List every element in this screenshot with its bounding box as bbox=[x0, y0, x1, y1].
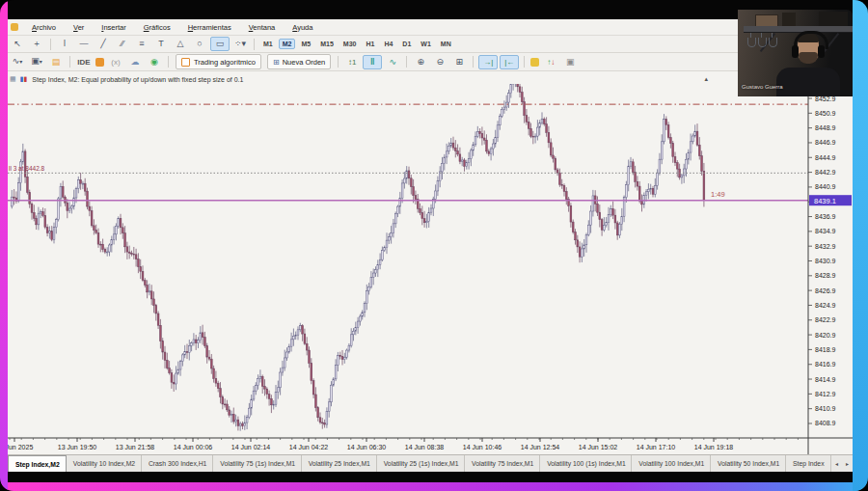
cursor-tool-icon[interactable]: ↖ bbox=[9, 38, 26, 50]
svg-text:ll 3 at 8442.8: ll 3 at 8442.8 bbox=[9, 165, 45, 172]
menu-archivo[interactable]: Archivo bbox=[23, 21, 65, 34]
svg-text:8418.9: 8418.9 bbox=[815, 346, 836, 353]
ide-icon[interactable]: IDE bbox=[75, 56, 93, 68]
channel-tool-icon[interactable]: ⁄⁄ bbox=[114, 38, 131, 50]
tab-volatility-100-index-m1[interactable]: Volatility 100 Index,M1 bbox=[632, 455, 711, 472]
timeframe-m2[interactable]: M2 bbox=[279, 39, 296, 49]
svg-text:8448.9: 8448.9 bbox=[815, 124, 836, 131]
bottom-black-strip bbox=[0, 471, 868, 482]
tab-volatility-75-index-m1[interactable]: Volatility 75 Index,M1 bbox=[465, 455, 540, 472]
mt5-window: ArchivoVerInsertarGráficosHerramientasVe… bbox=[8, 19, 853, 471]
tile-windows-icon[interactable]: ⊞ bbox=[450, 56, 468, 68]
frame-border-bottom bbox=[0, 482, 868, 491]
tab-volatility-25-index-m1[interactable]: Volatility 25 Index,M1 bbox=[302, 455, 377, 472]
rectangle-shape-tool-icon[interactable]: ▭ bbox=[210, 37, 230, 51]
new-order-button[interactable]: ⊞ Nueva Orden bbox=[267, 54, 331, 69]
zoom-in-icon[interactable]: ⊕ bbox=[412, 56, 429, 68]
line-view-icon[interactable]: ∿ bbox=[384, 56, 401, 68]
svg-text:8440.9: 8440.9 bbox=[815, 183, 836, 190]
timeframe-m1[interactable]: M1 bbox=[259, 39, 277, 49]
favorites-arrows-icon[interactable]: ↑↓ bbox=[542, 56, 559, 68]
svg-text:14 Jun 08:38: 14 Jun 08:38 bbox=[405, 444, 445, 450]
hanging-glass bbox=[769, 38, 777, 47]
horizontal-line-tool-icon[interactable]: — bbox=[75, 38, 93, 50]
headphone-earcup bbox=[792, 45, 799, 58]
webcam-name-label: Gustavo Guerra bbox=[742, 84, 783, 90]
svg-text:13 Jun 19:50: 13 Jun 19:50 bbox=[58, 444, 97, 450]
metaeditor-icon[interactable]: ▤ bbox=[47, 56, 65, 68]
timeframe-mn[interactable]: MN bbox=[437, 39, 455, 49]
tab-scroll-left[interactable]: ◂ bbox=[831, 460, 842, 467]
text-tool-icon[interactable]: T bbox=[152, 38, 170, 50]
vertical-line-tool-icon[interactable]: ǀ bbox=[56, 38, 73, 50]
svg-text:14 Jun 06:30: 14 Jun 06:30 bbox=[347, 444, 387, 450]
tab-step-index[interactable]: Step Index bbox=[786, 455, 831, 472]
open-data-folder-icon[interactable] bbox=[530, 58, 539, 67]
chart-candles-icon[interactable]: ▮▮ bbox=[20, 75, 28, 83]
svg-text:13 Jun 2025: 13 Jun 2025 bbox=[8, 444, 33, 450]
ellipse-shape-tool-icon[interactable]: ○ bbox=[191, 38, 208, 50]
person-beard bbox=[799, 52, 818, 64]
timeframe-m5[interactable]: M5 bbox=[297, 39, 314, 49]
chart-type-line-icon[interactable]: ∿▾ bbox=[9, 55, 26, 68]
tab-step-index-m2[interactable]: Step Index,M2 bbox=[8, 455, 67, 472]
algo-disabled-icon[interactable]: (x) bbox=[107, 56, 124, 68]
scroll-indicator-icon[interactable]: ▴ bbox=[704, 75, 708, 83]
svg-text:8422.9: 8422.9 bbox=[815, 316, 836, 323]
timeframe-m30[interactable]: M30 bbox=[339, 39, 361, 49]
timeframe-h1[interactable]: H1 bbox=[362, 39, 378, 49]
menu-insertar[interactable]: Insertar bbox=[93, 21, 134, 34]
tab-volatility-10-index-m2[interactable]: Volatility 10 Index,M2 bbox=[67, 455, 142, 472]
chart-tabs: Step Index,M2Volatility 10 Index,M2Crash… bbox=[8, 454, 853, 472]
svg-text:8446.9: 8446.9 bbox=[815, 139, 836, 146]
tab-volatility-100-1s-index-m1[interactable]: Volatility 100 (1s) Index,M1 bbox=[540, 455, 632, 472]
tab-crash-300-index-h1[interactable]: Crash 300 Index,H1 bbox=[142, 455, 213, 472]
menu-ver[interactable]: Ver bbox=[65, 21, 93, 34]
svg-text:8410.9: 8410.9 bbox=[815, 405, 836, 412]
cloud-icon[interactable]: ☁ bbox=[126, 56, 144, 68]
svg-text:14 Jun 00:06: 14 Jun 00:06 bbox=[174, 444, 213, 450]
tab-volatility-50-index-m1[interactable]: Volatility 50 Index,M1 bbox=[711, 455, 786, 472]
menu-herramientas[interactable]: Herramientas bbox=[179, 21, 240, 34]
crosshair-tool-icon[interactable]: ＋ bbox=[28, 38, 45, 50]
zoom-out-icon[interactable]: ⊖ bbox=[431, 56, 448, 68]
toolbar-secondary: ∿▾ ▣▾ ▤ IDE (x) ☁ ◉ Trading algorítmico … bbox=[8, 53, 853, 71]
new-order-icon: ⊞ bbox=[273, 58, 280, 67]
toolbar-main: ↖＋ǀ—╱⁄⁄≡T△○▭⁘▾M1M2M5M15M30H1H4D1W1MN bbox=[8, 36, 853, 53]
timeframe-w1[interactable]: W1 bbox=[417, 39, 435, 49]
candlestick-view-icon[interactable]: ‖ bbox=[363, 55, 382, 69]
menu-grficos[interactable]: Gráficos bbox=[135, 21, 179, 34]
more-shapes-icon[interactable]: ⁘▾ bbox=[231, 38, 249, 50]
timeframe-d1[interactable]: D1 bbox=[398, 39, 415, 49]
screenshot-camera-icon[interactable]: ▣ bbox=[561, 56, 579, 68]
triangle-shape-tool-icon[interactable]: △ bbox=[172, 38, 189, 50]
lock-icon[interactable] bbox=[95, 58, 104, 67]
tab-volatility-75-1s-index-m1[interactable]: Volatility 75 (1s) Index,M1 bbox=[213, 455, 301, 472]
svg-text:8436.9: 8436.9 bbox=[815, 213, 836, 220]
chart-shift-icon[interactable]: |← bbox=[500, 55, 519, 69]
frame-border-left bbox=[0, 0, 8, 491]
menu-ayuda[interactable]: Ayuda bbox=[284, 21, 321, 34]
trading-algo-button[interactable]: Trading algorítmico bbox=[176, 54, 261, 69]
trendline-tool-icon[interactable]: ╱ bbox=[95, 38, 112, 50]
frame-border-right bbox=[853, 0, 868, 491]
svg-text:8416.9: 8416.9 bbox=[815, 361, 836, 368]
chart-profile-icon[interactable]: ▣▾ bbox=[28, 55, 45, 68]
svg-text:14 Jun 10:46: 14 Jun 10:46 bbox=[463, 444, 502, 450]
timeframe-h4[interactable]: H4 bbox=[380, 39, 396, 49]
fibonacci-tool-icon[interactable]: ≡ bbox=[133, 38, 150, 50]
timeframe-m15[interactable]: M15 bbox=[316, 39, 338, 49]
menu-ventana[interactable]: Ventana bbox=[240, 21, 285, 34]
scale-icon[interactable]: ↕1 bbox=[343, 56, 361, 68]
tab-scroll-right[interactable]: ▸ bbox=[842, 460, 853, 467]
svg-text:14 Jun 04:22: 14 Jun 04:22 bbox=[289, 444, 329, 450]
svg-text:14 Jun 15:02: 14 Jun 15:02 bbox=[579, 444, 618, 450]
svg-text:8430.9: 8430.9 bbox=[815, 258, 836, 264]
community-globe-icon[interactable]: ◉ bbox=[146, 56, 163, 68]
video-frame: ArchivoVerInsertarGráficosHerramientasVe… bbox=[0, 0, 868, 491]
chart-list-icon[interactable]: ▦ bbox=[10, 75, 16, 83]
auto-scroll-icon[interactable]: →| bbox=[478, 55, 498, 69]
price-chart[interactable]: ll 3 at 8442.81:498452.98450.98448.98446… bbox=[8, 84, 853, 454]
svg-text:14 Jun 02:14: 14 Jun 02:14 bbox=[231, 444, 271, 450]
tab-volatility-25-1s-index-m1[interactable]: Volatility 25 (1s) Index,M1 bbox=[377, 455, 465, 472]
